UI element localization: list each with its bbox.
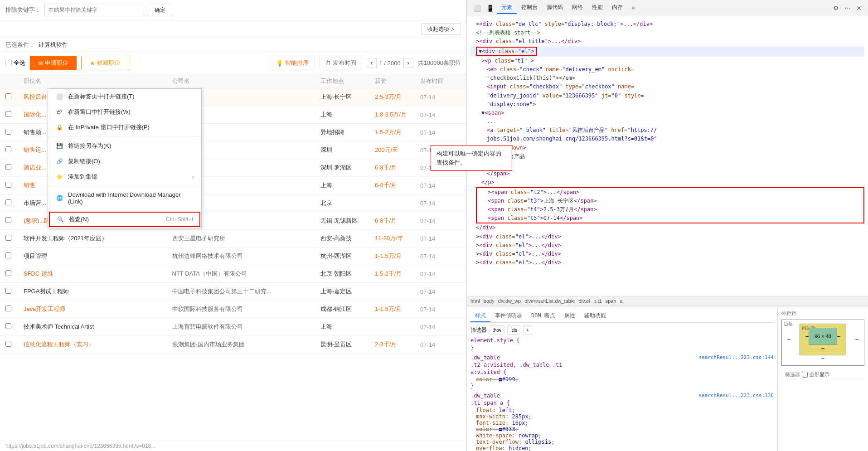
- row-checkbox[interactable]: [5, 129, 24, 136]
- job-name[interactable]: 信息化流程工程师（实习）: [24, 340, 172, 349]
- time-sort-button[interactable]: ⏱ 发布时间: [319, 56, 362, 70]
- pub-date: 07-14: [420, 253, 461, 260]
- styles-tab-2[interactable]: DOM 断点: [527, 310, 560, 322]
- tab-console[interactable]: 控制台: [517, 2, 542, 14]
- menu-item[interactable]: ⬜ 在新标签页中打开链接(T): [48, 89, 201, 104]
- inspect-icon: 🔍: [56, 215, 64, 223]
- job-location: 上海-嘉定区: [320, 287, 375, 296]
- row-checkbox[interactable]: [5, 199, 24, 207]
- table-header: 职位名 公司名 工作地点 薪资 发布时间: [0, 74, 466, 88]
- job-salary: 2.5-3万/月: [375, 93, 420, 101]
- filter-confirm-button[interactable]: 确定: [148, 4, 172, 16]
- sort-label: 智能排序: [285, 59, 309, 67]
- style-rule: .t1 span a {: [470, 400, 774, 406]
- close-button[interactable]: ✕: [853, 3, 864, 13]
- hov-filter-button[interactable]: :hov: [490, 325, 504, 335]
- table-row: 软件开发工程师（2021年应届） 西安三星电子研究所 西安-高新技 11-20万…: [0, 230, 466, 247]
- select-all-checkbox[interactable]: 全选: [5, 59, 25, 67]
- style-header: .dw_table searchResul...223.css:144: [470, 354, 774, 362]
- job-name[interactable]: 软件开发工程师（2021年应届）: [24, 234, 172, 242]
- row-checkbox[interactable]: [5, 146, 24, 154]
- tab-sources[interactable]: 源代码: [542, 2, 567, 14]
- prev-page-button[interactable]: ‹: [367, 58, 377, 68]
- collect-button[interactable]: ★ 收藏职位: [81, 56, 129, 70]
- row-checkbox[interactable]: [5, 341, 24, 348]
- styles-tab-1[interactable]: 事件侦听器: [490, 310, 527, 322]
- style-file[interactable]: searchResul...223.css:144: [698, 354, 774, 362]
- smart-sort-button[interactable]: 💡 智能排序: [270, 56, 315, 70]
- row-checkbox[interactable]: [5, 252, 24, 260]
- breadcrumb-item[interactable]: a: [620, 298, 623, 304]
- styles-tab-3[interactable]: 属性: [560, 310, 580, 322]
- element-picker-button[interactable]: ⬜: [470, 3, 484, 13]
- menu-item[interactable]: 🔒 在 InPrivate 窗口中打开链接(P): [48, 120, 201, 135]
- tab-memory[interactable]: 内存: [607, 2, 627, 14]
- row-checkbox[interactable]: [5, 306, 24, 313]
- tab-performance[interactable]: 性能: [587, 2, 607, 14]
- job-name[interactable]: FPGA测试工程师: [24, 287, 172, 296]
- cls-filter-button[interactable]: .cls: [507, 325, 520, 335]
- style-overflow: overflow: hidden;: [470, 445, 774, 451]
- menu-item[interactable]: 🔗 复制链接(O): [48, 154, 201, 169]
- tree-line-redbox: <span class="t3">上海-长宁区</span>: [477, 197, 863, 205]
- row-checkbox[interactable]: [5, 235, 24, 242]
- styles-tab-4[interactable]: 辅助功能: [580, 310, 611, 322]
- style-prop-strikethrough: color: ■#333;: [476, 426, 519, 432]
- menu-item[interactable]: 🗗 在新窗口中打开链接(W): [48, 104, 201, 120]
- breadcrumb-item[interactable]: p.t1: [593, 298, 601, 304]
- row-checkbox[interactable]: [5, 217, 24, 224]
- menu-item[interactable]: 💾 将链接另存为(K): [48, 138, 201, 154]
- styles-tab-0[interactable]: 样式: [470, 310, 490, 322]
- more-options-button[interactable]: ⋯: [842, 3, 853, 13]
- row-checkbox[interactable]: [5, 93, 24, 101]
- job-name[interactable]: 技术美术师 Technical Artist: [24, 323, 172, 331]
- selected-tree-line[interactable]: ▼<div class="el">: [470, 46, 864, 57]
- exclude-keyword-input[interactable]: [44, 4, 144, 16]
- pub-date: 07-14: [420, 112, 461, 118]
- collapse-button[interactable]: 收起选项 ∧: [422, 23, 461, 35]
- breadcrumb-item[interactable]: div.el: [578, 298, 590, 304]
- style-header: .dw_table searchResul...223.css:136: [470, 393, 774, 400]
- table-row: 信息化流程工程师（实习） 浪潮集团-国内市场业务集团 昆明-呈贡区 2-3千/月…: [0, 336, 466, 354]
- job-name[interactable]: Java开发工程师: [24, 305, 172, 313]
- tab-network[interactable]: 网络: [567, 2, 587, 14]
- breadcrumb-item[interactable]: html: [470, 298, 480, 304]
- pub-date: 07-14: [420, 129, 461, 136]
- menu-item[interactable]: 🔍 检查(N) Ctrl+Shift+I: [49, 212, 200, 227]
- row-checkbox[interactable]: [5, 323, 24, 330]
- menu-item[interactable]: 🌐 Download with Internet Download Manage…: [48, 188, 201, 209]
- breadcrumb-item[interactable]: div#resultList.dw_table: [524, 298, 575, 304]
- menu-item-label: 将链接另存为(K): [68, 142, 111, 150]
- breadcrumb-bar: html body div.dw_wp div#resultList.dw_ta…: [467, 296, 868, 306]
- breadcrumb-item[interactable]: body: [484, 298, 495, 304]
- menu-item[interactable]: ⭐ 添加到集锦 ›: [48, 169, 201, 184]
- breadcrumb-item[interactable]: span: [606, 298, 616, 304]
- breadcrumb-item[interactable]: div.dw_wp: [498, 298, 521, 304]
- full-display-checkbox[interactable]: 全部显示: [802, 371, 829, 378]
- row-checkbox[interactable]: [5, 270, 24, 277]
- apply-button[interactable]: ✉ 申请职位: [30, 56, 77, 70]
- tab-elements[interactable]: 元素: [497, 2, 517, 14]
- row-checkbox[interactable]: [5, 164, 24, 171]
- job-name[interactable]: 项目管理: [24, 252, 172, 260]
- table-row: Java开发工程师 中软国际科技服务有限公司 成都-锦江区 1-1.5万/月 0…: [0, 301, 466, 318]
- filter-bar: 排除关键字： 确定: [0, 0, 466, 20]
- row-checkbox[interactable]: [5, 288, 24, 295]
- job-location: 西安-高新技: [320, 234, 375, 242]
- tree-line: </a>: [470, 161, 864, 170]
- job-name[interactable]: SFDC 运维: [24, 270, 172, 278]
- style-prop: color: ■#999;: [470, 376, 774, 383]
- next-page-button[interactable]: ›: [403, 58, 413, 68]
- box-inner: 96 × 40: [809, 328, 837, 345]
- add-style-button[interactable]: +: [523, 325, 532, 335]
- settings-button[interactable]: ⚙: [830, 3, 842, 13]
- style-file[interactable]: searchResul...223.css:136: [698, 393, 774, 400]
- style-block-dwtable-visited: .dw_table searchResul...223.css:144 .t2 …: [470, 354, 774, 389]
- row-checkbox[interactable]: [5, 111, 24, 118]
- tab-icon: ⬜: [55, 92, 63, 101]
- checkbox-icon: [5, 60, 12, 66]
- tab-more[interactable]: »: [627, 3, 640, 14]
- device-toggle-button[interactable]: 📱: [484, 3, 497, 13]
- full-display-input[interactable]: [802, 372, 808, 378]
- row-checkbox[interactable]: [5, 182, 24, 189]
